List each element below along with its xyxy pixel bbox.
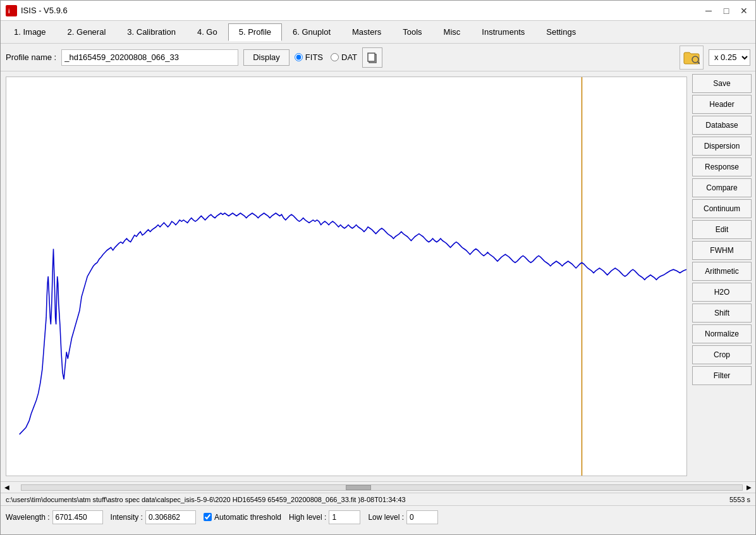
copy-button[interactable] [362, 47, 382, 68]
auto-threshold-field[interactable]: Automatic threshold [204, 513, 281, 522]
intensity-label: Intensity : [111, 513, 143, 522]
close-button[interactable]: ✕ [738, 4, 750, 17]
header-button[interactable]: Header [692, 95, 752, 114]
intensity-field: Intensity : [111, 510, 196, 524]
intensity-input[interactable] [145, 510, 196, 524]
scroll-left-icon[interactable]: ◀ [3, 484, 11, 491]
folder-icon [683, 51, 700, 65]
normalize-button[interactable]: Normalize [692, 324, 752, 343]
maximize-button[interactable]: □ [720, 4, 733, 17]
low-level-field: Low level : [368, 510, 438, 524]
crop-button[interactable]: Crop [692, 345, 752, 364]
app-title: ISIS - V5.9.6 [21, 6, 68, 15]
tab-tools[interactable]: Tools [392, 23, 432, 41]
fits-radio-item[interactable]: FITS [295, 52, 323, 62]
high-level-input[interactable] [329, 510, 360, 524]
status-path: c:\users\tim\documents\atm stuff\astro s… [6, 496, 406, 503]
chart-container[interactable] [6, 77, 687, 476]
wavelength-label: Wavelength : [6, 513, 50, 522]
tab-settings[interactable]: Settings [535, 23, 587, 41]
tab-go[interactable]: 4. Go [186, 23, 228, 41]
scroll-thumb[interactable] [346, 485, 371, 490]
svg-rect-3 [368, 53, 375, 61]
fits-label: FITS [305, 52, 323, 62]
edit-button[interactable]: Edit [692, 220, 752, 239]
wavelength-field: Wavelength : [6, 510, 103, 524]
titlebar-left: i ISIS - V5.9.6 [6, 5, 68, 16]
dat-radio[interactable] [331, 53, 339, 61]
window-controls: ─ □ ✕ [702, 4, 750, 17]
auto-threshold-checkbox[interactable] [204, 513, 212, 521]
tab-general[interactable]: 2. General [57, 23, 117, 41]
menubar: 1. Image 2. General 3. Calibration 4. Go… [1, 21, 755, 44]
dat-radio-item[interactable]: DAT [331, 52, 357, 62]
tab-instruments[interactable]: Instruments [471, 23, 535, 41]
tab-calibration[interactable]: 3. Calibration [116, 23, 186, 41]
svg-rect-6 [6, 77, 686, 476]
wavelength-input[interactable] [52, 510, 103, 524]
svg-text:i: i [8, 8, 10, 15]
low-level-input[interactable] [406, 510, 438, 524]
profile-name-input[interactable] [61, 49, 238, 66]
statusbar: c:\users\tim\documents\atm stuff\astro s… [1, 493, 755, 505]
arithmetic-button[interactable]: Arithmetic [692, 262, 752, 281]
fits-radio[interactable] [295, 53, 303, 61]
dat-label: DAT [341, 52, 357, 62]
app-logo: i [6, 5, 17, 16]
response-button[interactable]: Response [692, 157, 752, 176]
status-duration: 5553 s [729, 496, 750, 503]
compare-button[interactable]: Compare [692, 178, 752, 197]
titlebar: i ISIS - V5.9.6 ─ □ ✕ [1, 1, 755, 21]
high-level-field: High level : [289, 510, 360, 524]
h2o-button[interactable]: H2O [692, 283, 752, 302]
scroll-right-icon[interactable]: ▶ [745, 484, 753, 491]
right-sidebar: Save Header Database Dispersion Response… [692, 71, 755, 481]
scale-select[interactable]: x 0.25 x 0.5 x 1 x 2 [709, 49, 750, 66]
high-level-label: High level : [289, 513, 326, 522]
filter-button[interactable]: Filter [692, 366, 752, 385]
tab-image[interactable]: 1. Image [3, 23, 57, 41]
main-content: Save Header Database Dispersion Response… [1, 71, 755, 481]
fwhm-button[interactable]: FWHM [692, 241, 752, 260]
minimize-button[interactable]: ─ [702, 4, 715, 17]
folder-button[interactable] [680, 46, 704, 70]
dispersion-button[interactable]: Dispersion [692, 137, 752, 156]
continuum-button[interactable]: Continuum [692, 199, 752, 218]
shift-button[interactable]: Shift [692, 304, 752, 323]
database-button[interactable]: Database [692, 116, 752, 135]
tab-profile[interactable]: 5. Profile [228, 23, 282, 41]
scroll-track[interactable] [21, 484, 743, 491]
toolbar: Profile name : Display FITS DAT x 0.25 x… [1, 44, 755, 71]
low-level-label: Low level : [368, 513, 404, 522]
copy-icon [367, 52, 378, 63]
spectrum-chart [6, 77, 686, 476]
tab-masters[interactable]: Masters [341, 23, 392, 41]
save-button[interactable]: Save [692, 74, 752, 93]
tab-misc[interactable]: Misc [433, 23, 472, 41]
scrollbar-area: ◀ ▶ [1, 481, 755, 493]
format-radio-group: FITS DAT [295, 52, 357, 62]
bottombar: Wavelength : Intensity : Automatic thres… [1, 505, 755, 528]
display-button[interactable]: Display [243, 49, 290, 66]
auto-threshold-label: Automatic threshold [214, 513, 281, 522]
tab-gnuplot[interactable]: 6. Gnuplot [282, 23, 341, 41]
profile-name-label: Profile name : [6, 52, 56, 62]
